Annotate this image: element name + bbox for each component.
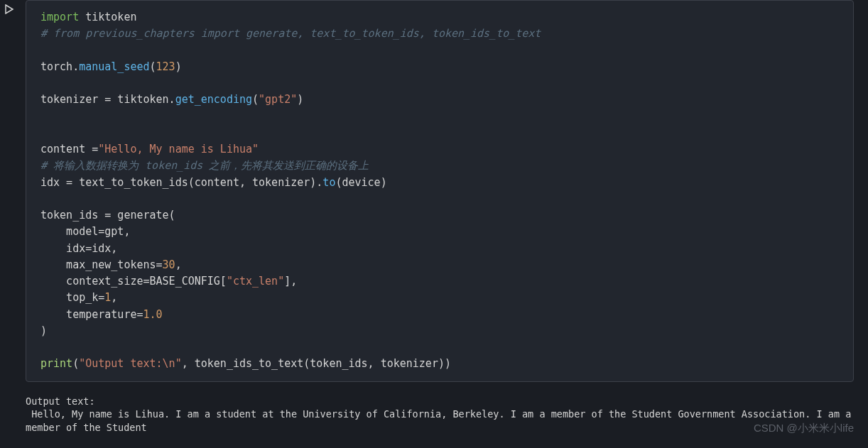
code-text: torch.	[40, 60, 79, 73]
keyword-import: import	[40, 11, 79, 23]
code-text: max_new_tokens=	[40, 258, 163, 271]
print-call: print	[40, 357, 72, 370]
code-text: top_k=	[40, 291, 104, 304]
number-literal: 123	[156, 60, 175, 73]
string-literal: "ctx_len"	[227, 275, 284, 288]
output-area: Output text: Hello, My name is Lihua. I …	[26, 395, 868, 435]
gutter	[0, 0, 23, 448]
number-literal: 30	[163, 258, 175, 271]
string-literal: "Output text:\n"	[79, 357, 182, 370]
code-text: idx = text_to_token_ids(content, tokeniz…	[40, 176, 322, 189]
code-text: tokenizer = tiktoken.	[40, 93, 175, 106]
code-text: content =	[40, 143, 98, 155]
code-text: temperature=	[40, 308, 143, 321]
output-line: Output text:	[26, 395, 95, 407]
comment: # from previous_chapters import generate…	[40, 27, 541, 40]
method-call: to	[322, 176, 335, 189]
method-call: manual_seed	[79, 60, 149, 73]
code-cell[interactable]: import tiktoken # from previous_chapters…	[26, 0, 854, 382]
method-call: get_encoding	[175, 93, 252, 106]
code-text: )	[40, 324, 47, 337]
code-text: model=gpt,	[40, 225, 130, 238]
code-text: context_size=BASE_CONFIG[	[40, 275, 227, 288]
number-literal: 1	[104, 291, 111, 304]
output-line: Hello, My name is Lihua. I am a student …	[26, 408, 857, 433]
comment: # 将输入数据转换为 token_ids 之前，先将其发送到正确的设备上	[40, 159, 369, 172]
string-literal: "Hello, My name is Lihua"	[98, 143, 259, 155]
code-text: token_ids = generate(	[40, 209, 175, 222]
number-literal: 1.0	[143, 308, 163, 321]
play-icon[interactable]	[4, 4, 14, 17]
module-name: tiktoken	[79, 11, 136, 23]
string-literal: "gpt2"	[259, 93, 297, 106]
code-text: idx=idx,	[40, 242, 117, 255]
